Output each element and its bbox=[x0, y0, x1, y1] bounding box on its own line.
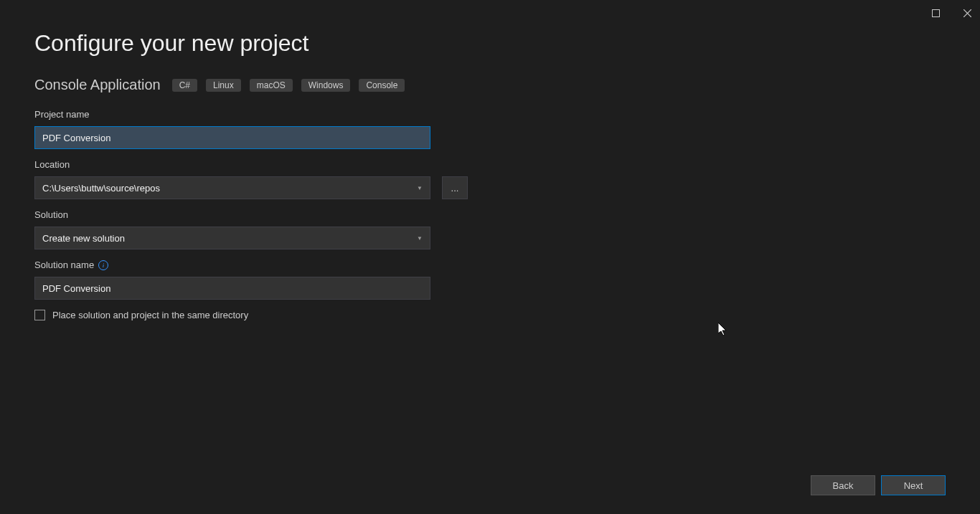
solution-name-label: Solution name bbox=[34, 260, 94, 270]
project-name-label: Project name bbox=[34, 109, 946, 120]
tag-macos: macOS bbox=[250, 79, 293, 92]
tag-linux: Linux bbox=[206, 79, 241, 92]
tag-csharp: C# bbox=[172, 79, 197, 92]
next-button[interactable]: Next bbox=[881, 475, 946, 495]
location-label: Location bbox=[34, 159, 946, 170]
chevron-down-icon: ▼ bbox=[417, 185, 423, 191]
project-type-name: Console Application bbox=[34, 77, 161, 93]
main-content: Configure your new project Console Appli… bbox=[0, 0, 980, 320]
solution-group: Solution Create new solution ▼ bbox=[34, 209, 946, 249]
solution-name-input[interactable] bbox=[34, 277, 430, 300]
window-controls bbox=[928, 6, 974, 20]
solution-name-label-row: Solution name i bbox=[34, 260, 946, 270]
tag-windows: Windows bbox=[301, 79, 351, 92]
same-directory-checkbox[interactable] bbox=[34, 310, 45, 320]
solution-label: Solution bbox=[34, 209, 946, 220]
back-button[interactable]: Back bbox=[811, 475, 875, 495]
same-directory-label: Place solution and project in the same d… bbox=[52, 310, 248, 320]
tag-console: Console bbox=[359, 79, 405, 92]
page-title: Configure your new project bbox=[34, 30, 946, 57]
location-row: C:\Users\buttw\source\repos ▼ ... bbox=[34, 176, 946, 199]
browse-button[interactable]: ... bbox=[442, 176, 468, 199]
close-icon[interactable] bbox=[960, 6, 974, 20]
project-name-group: Project name bbox=[34, 109, 946, 149]
location-dropdown[interactable]: C:\Users\buttw\source\repos ▼ bbox=[34, 176, 430, 199]
location-group: Location C:\Users\buttw\source\repos ▼ .… bbox=[34, 159, 946, 199]
mouse-cursor-icon bbox=[718, 323, 728, 340]
location-value: C:\Users\buttw\source\repos bbox=[42, 183, 160, 194]
svg-rect-0 bbox=[932, 9, 939, 16]
maximize-icon[interactable] bbox=[928, 6, 943, 20]
solution-dropdown[interactable]: Create new solution ▼ bbox=[34, 227, 430, 249]
chevron-down-icon: ▼ bbox=[417, 235, 423, 242]
info-icon[interactable]: i bbox=[98, 260, 108, 270]
solution-name-group: Solution name i bbox=[34, 260, 946, 300]
project-name-input[interactable] bbox=[34, 126, 430, 149]
same-directory-row: Place solution and project in the same d… bbox=[34, 310, 946, 320]
solution-value: Create new solution bbox=[42, 233, 125, 244]
project-type-row: Console Application C# Linux macOS Windo… bbox=[34, 77, 946, 93]
footer-buttons: Back Next bbox=[811, 475, 946, 495]
